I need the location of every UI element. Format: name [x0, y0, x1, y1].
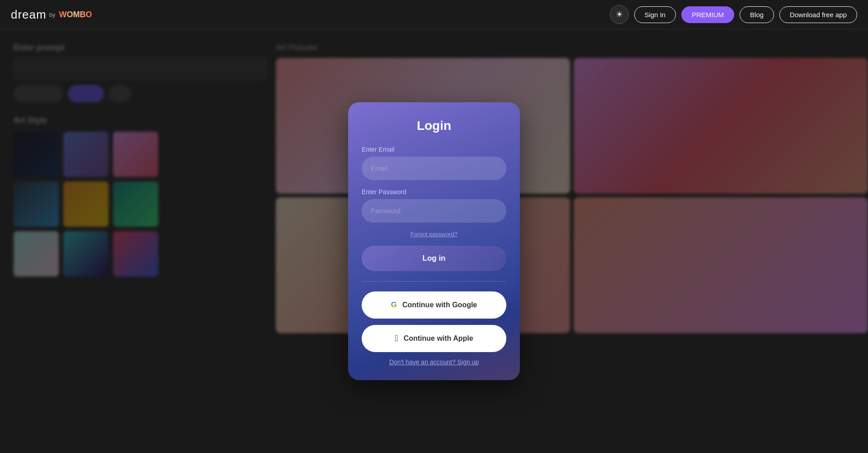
sun-icon: ☀ — [616, 10, 623, 19]
email-input[interactable] — [362, 157, 506, 180]
login-modal: Login Enter Email Enter Password Forgot … — [348, 102, 520, 380]
modal-title: Login — [362, 119, 506, 133]
forgot-password-link[interactable]: Forgot password? — [362, 231, 506, 238]
logo-area: dream by WOMBO — [11, 8, 610, 22]
google-login-button[interactable]: G Continue with Google — [362, 291, 506, 319]
divider — [362, 281, 506, 281]
theme-toggle-button[interactable]: ☀ — [610, 5, 629, 24]
apple-button-label: Continue with Apple — [404, 334, 473, 343]
password-label: Enter Password — [362, 188, 506, 196]
logo-by: by — [49, 11, 56, 18]
login-modal-container: Login Enter Email Enter Password Forgot … — [348, 102, 520, 380]
blog-button[interactable]: Blog — [740, 6, 774, 23]
signin-button[interactable]: Sign In — [634, 6, 676, 23]
google-icon: G — [391, 300, 397, 310]
download-app-button[interactable]: Download free app — [779, 6, 857, 23]
signup-link[interactable]: Don't have an account? Sign up — [362, 358, 506, 366]
logo-wombo: WOMBO — [59, 10, 92, 19]
navbar: dream by WOMBO ☀ Sign In PREMIUM Blog Do… — [0, 0, 868, 29]
premium-button[interactable]: PREMIUM — [681, 6, 734, 23]
login-button[interactable]: Log in — [362, 246, 506, 271]
email-label: Enter Email — [362, 146, 506, 153]
apple-login-button[interactable]:  Continue with Apple — [362, 325, 506, 352]
apple-icon:  — [395, 333, 398, 343]
google-button-label: Continue with Google — [402, 301, 477, 309]
nav-actions: ☀ Sign In PREMIUM Blog Download free app — [610, 5, 858, 24]
logo-dream: dream — [11, 8, 47, 22]
password-input[interactable] — [362, 199, 506, 223]
